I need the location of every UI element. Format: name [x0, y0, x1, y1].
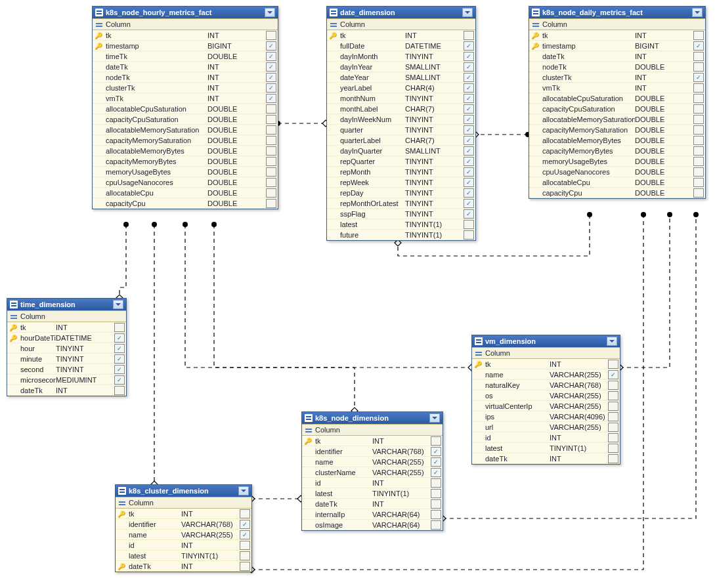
table-row[interactable]: urlVARCHAR(255)✓ — [472, 422, 620, 432]
checkbox-icon[interactable]: ✓ — [266, 41, 276, 51]
table-row[interactable]: 🔑hourDateTimeDATETIME✓ — [7, 333, 126, 343]
table-header[interactable]: k8s_node_dimension — [302, 412, 443, 424]
table-row[interactable]: quarterLabelCHAR(7)✓ — [327, 135, 475, 146]
table-row[interactable]: allocatableCpuDOUBLE✓ — [529, 177, 705, 188]
table-row[interactable]: allocatableMemoryBytesDOUBLE✓ — [529, 135, 705, 146]
checkbox-icon[interactable]: ✓ — [693, 188, 704, 198]
table-row[interactable]: capacityCpuSaturationDOUBLE✓ — [93, 114, 278, 125]
checkbox-icon[interactable]: ✓ — [266, 52, 276, 61]
checkbox-icon[interactable]: ✓ — [608, 402, 618, 411]
checkbox-icon[interactable]: ✓ — [114, 344, 125, 353]
table-row[interactable]: futureTINYINT(1)✓ — [327, 230, 475, 240]
table-row[interactable]: allocatableMemorySaturationDOUBLE✓ — [93, 125, 278, 135]
table-row[interactable]: capacityMemoryBytesDOUBLE✓ — [93, 156, 278, 167]
checkbox-icon[interactable]: ✓ — [266, 136, 276, 145]
table-hourly[interactable]: k8s_node_hourly_metrics_factColumn🔑tkINT… — [92, 6, 278, 209]
checkbox-icon[interactable]: ✓ — [693, 94, 704, 103]
table-row[interactable]: nodeTkINT✓ — [93, 72, 278, 83]
checkbox-icon[interactable]: ✓ — [464, 209, 474, 219]
table-row[interactable]: cpuUsageNanocoresDOUBLE✓ — [93, 177, 278, 188]
checkbox-icon[interactable]: ✓ — [266, 115, 276, 124]
checkbox-icon[interactable]: ✓ — [240, 520, 250, 529]
checkbox-icon[interactable]: ✓ — [464, 136, 474, 145]
checkbox-icon[interactable]: ✓ — [464, 94, 474, 103]
checkbox-icon[interactable]: ✓ — [608, 433, 618, 442]
checkbox-icon[interactable]: ✓ — [114, 333, 125, 343]
table-row[interactable]: dateTkINT✓ — [529, 51, 705, 62]
checkbox-icon[interactable]: ✓ — [464, 199, 474, 208]
checkbox-icon[interactable]: ✓ — [464, 83, 474, 93]
checkbox-icon[interactable]: ✓ — [693, 62, 704, 72]
collapse-icon[interactable] — [265, 8, 275, 17]
checkbox-icon[interactable]: ✓ — [114, 365, 125, 374]
table-row[interactable]: latestTINYINT(1)✓ — [302, 488, 443, 499]
checkbox-icon[interactable]: ✓ — [693, 167, 704, 177]
checkbox-icon[interactable]: ✓ — [431, 436, 441, 446]
table-row[interactable]: ipsVARCHAR(4096)✓ — [472, 411, 620, 422]
checkbox-icon[interactable]: ✓ — [240, 551, 250, 560]
table-row[interactable]: naturalKeyVARCHAR(768)✓ — [472, 380, 620, 390]
table-header[interactable]: k8s_cluster_dimension — [116, 485, 251, 497]
table-row[interactable]: repMonthOrLatestTINYINT✓ — [327, 198, 475, 209]
table-row[interactable]: nameVARCHAR(255)✓ — [472, 369, 620, 380]
table-row[interactable]: allocatableMemoryBytesDOUBLE✓ — [93, 146, 278, 156]
checkbox-icon[interactable]: ✓ — [608, 444, 618, 453]
checkbox-icon[interactable]: ✓ — [431, 468, 441, 477]
table-row[interactable]: dateTkINT✓ — [472, 453, 620, 464]
checkbox-icon[interactable]: ✓ — [693, 178, 704, 187]
checkbox-icon[interactable]: ✓ — [114, 354, 125, 364]
checkbox-icon[interactable]: ✓ — [464, 115, 474, 124]
table-node[interactable]: k8s_node_dimensionColumn🔑tkINT✓identifie… — [301, 411, 443, 531]
table-row[interactable]: osImageVARCHAR(64)✓ — [302, 520, 443, 530]
table-row[interactable]: quarterTINYINT✓ — [327, 125, 475, 135]
checkbox-icon[interactable]: ✓ — [464, 62, 474, 72]
collapse-icon[interactable] — [607, 337, 617, 346]
checkbox-icon[interactable]: ✓ — [693, 83, 704, 93]
checkbox-icon[interactable]: ✓ — [608, 360, 618, 369]
checkbox-icon[interactable]: ✓ — [266, 167, 276, 177]
checkbox-icon[interactable]: ✓ — [266, 31, 276, 40]
table-row[interactable]: 🔑tkINT✓ — [7, 322, 126, 333]
checkbox-icon[interactable]: ✓ — [431, 520, 441, 530]
table-row[interactable]: sspFlagTINYINT✓ — [327, 209, 475, 219]
table-row[interactable]: 🔑timestampBIGINT✓ — [93, 41, 278, 51]
table-header[interactable]: vm_dimension — [472, 335, 620, 347]
table-row[interactable]: 🔑dateTkINT✓ — [116, 561, 251, 572]
table-row[interactable]: nameVARCHAR(255)✓ — [116, 530, 251, 540]
table-row[interactable]: 🔑tkINT✓ — [302, 436, 443, 446]
table-row[interactable]: vmTkINT✓ — [93, 93, 278, 104]
checkbox-icon[interactable]: ✓ — [266, 94, 276, 103]
checkbox-icon[interactable]: ✓ — [693, 73, 704, 82]
table-row[interactable]: hourTINYINT✓ — [7, 343, 126, 354]
table-row[interactable]: monthNumTINYINT✓ — [327, 93, 475, 104]
table-row[interactable]: capacityMemorySaturationDOUBLE✓ — [93, 135, 278, 146]
table-row[interactable]: repQuarterTINYINT✓ — [327, 156, 475, 167]
table-row[interactable]: 🔑tkINT✓ — [116, 509, 251, 519]
table-row[interactable]: 🔑tkINT✓ — [529, 30, 705, 41]
checkbox-icon[interactable]: ✓ — [266, 62, 276, 72]
checkbox-icon[interactable]: ✓ — [464, 104, 474, 114]
table-row[interactable]: osVARCHAR(255)✓ — [472, 390, 620, 401]
checkbox-icon[interactable]: ✓ — [693, 136, 704, 145]
table-row[interactable]: dayInWeekNumTINYINT✓ — [327, 114, 475, 125]
table-row[interactable]: 🔑tkINT✓ — [472, 359, 620, 369]
table-row[interactable]: idINT✓ — [302, 478, 443, 488]
checkbox-icon[interactable]: ✓ — [266, 199, 276, 208]
table-row[interactable]: 🔑tkINT✓ — [93, 30, 278, 41]
table-row[interactable]: latestTINYINT(1)✓ — [327, 219, 475, 230]
checkbox-icon[interactable]: ✓ — [266, 104, 276, 114]
table-row[interactable]: clusterTkINT✓ — [529, 72, 705, 83]
table-row[interactable]: microsecondMEDIUMINT✓ — [7, 375, 126, 385]
checkbox-icon[interactable]: ✓ — [114, 386, 125, 395]
table-row[interactable]: vmTkINT✓ — [529, 83, 705, 93]
checkbox-icon[interactable]: ✓ — [431, 478, 441, 488]
checkbox-icon[interactable]: ✓ — [266, 73, 276, 82]
table-row[interactable]: memoryUsageBytesDOUBLE✓ — [93, 167, 278, 177]
checkbox-icon[interactable]: ✓ — [240, 530, 250, 539]
table-row[interactable]: dateTkINT✓ — [93, 62, 278, 72]
checkbox-icon[interactable]: ✓ — [266, 178, 276, 187]
table-vm[interactable]: vm_dimensionColumn🔑tkINT✓nameVARCHAR(255… — [471, 335, 620, 465]
checkbox-icon[interactable]: ✓ — [240, 509, 250, 518]
checkbox-icon[interactable]: ✓ — [464, 157, 474, 166]
table-row[interactable]: identifierVARCHAR(768)✓ — [116, 519, 251, 530]
